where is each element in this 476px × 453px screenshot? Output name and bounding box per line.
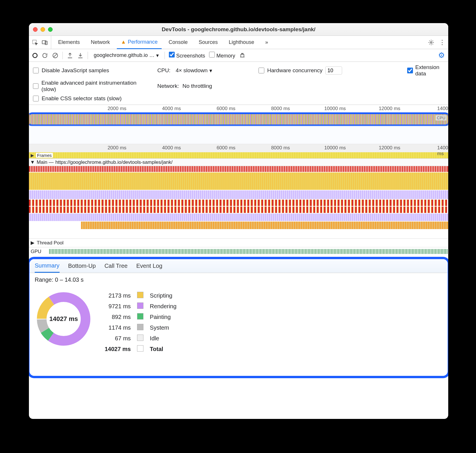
- main-track-header[interactable]: ▼ Main — https://googlechrome.github.io/…: [29, 159, 448, 166]
- tab-label: Elements: [58, 39, 80, 45]
- collapse-arrow-icon: ▼: [30, 159, 35, 165]
- tab-label: Lighthouse: [229, 39, 254, 45]
- tab-summary[interactable]: Summary: [35, 259, 60, 273]
- legend-name: Rendering: [147, 301, 179, 311]
- legend-ms: 9721 ms: [102, 301, 134, 311]
- checkbox-label: Screenshots: [176, 53, 205, 59]
- ruler-tick: 2000 ms: [108, 106, 126, 112]
- inspect-element-icon[interactable]: [32, 39, 38, 46]
- network-label: Network:: [157, 83, 179, 89]
- tab-sources[interactable]: Sources: [195, 36, 222, 49]
- target-dropdown[interactable]: googlechrome.github.io …▾: [92, 52, 160, 59]
- ruler-tick: 10000 ms: [324, 145, 346, 151]
- overview-ruler[interactable]: 2000 ms4000 ms6000 ms8000 ms10000 ms1200…: [29, 105, 448, 113]
- tab-lighthouse[interactable]: Lighthouse: [225, 36, 258, 49]
- hardware-concurrency-checkbox[interactable]: Hardware concurrency: [259, 66, 342, 75]
- tab-call-tree[interactable]: Call Tree: [104, 260, 128, 272]
- screenshots-filmstrip[interactable]: [29, 126, 448, 144]
- memory-checkbox[interactable]: Memory: [209, 52, 235, 59]
- legend-ms: 892 ms: [102, 312, 134, 322]
- cpu-overview-strip[interactable]: CPU: [29, 112, 448, 126]
- ruler-tick: 8000 ms: [271, 145, 290, 151]
- legend-name: Scripting: [147, 291, 179, 301]
- thread-pool-track-header[interactable]: ▶ Thread Pool: [29, 238, 448, 247]
- extension-data-checkbox[interactable]: [407, 68, 413, 73]
- tab-label: Sources: [199, 39, 218, 45]
- range-label: Range: 0 – 14.03 s: [35, 276, 442, 283]
- legend-name: Painting: [147, 312, 179, 322]
- legend-row: 1174 msSystem: [102, 323, 179, 333]
- cpu-label: CPU:: [157, 67, 170, 74]
- tab-label: Console: [169, 39, 188, 45]
- ruler-tick: 8000 ms: [271, 106, 290, 112]
- window-title: DevTools - googlechrome.github.io/devtoo…: [29, 26, 448, 33]
- details-tabstrip: Summary Bottom-Up Call Tree Event Log: [29, 259, 448, 273]
- svg-point-3: [430, 42, 432, 43]
- upload-profile-icon[interactable]: [67, 52, 73, 59]
- flamechart-ruler[interactable]: 2000 ms4000 ms6000 ms8000 ms10000 ms1200…: [29, 144, 448, 152]
- clear-icon[interactable]: [52, 52, 58, 59]
- legend-swatch: [137, 313, 143, 320]
- gpu-track[interactable]: GPU: [29, 247, 448, 256]
- main-thread-flamechart[interactable]: [29, 166, 448, 238]
- record-button[interactable]: [32, 53, 38, 58]
- cpu-strip-label: CPU: [436, 115, 447, 120]
- tab-event-log[interactable]: Event Log: [136, 260, 162, 272]
- css-selector-stats-checkbox[interactable]: Enable CSS selector stats (slow): [33, 95, 149, 102]
- capture-settings-gear-icon[interactable]: ⚙: [438, 51, 445, 60]
- legend-row: 9721 msRendering: [102, 301, 179, 311]
- track-label: Thread Pool: [37, 240, 64, 246]
- checkbox-label: Enable advanced paint instrumentation (s…: [41, 80, 149, 92]
- svg-rect-2: [45, 41, 47, 44]
- legend-name: Idle: [147, 333, 179, 344]
- frames-track-header[interactable]: ▶ Frames: [29, 152, 448, 159]
- chevron-down-icon: ▾: [209, 67, 212, 74]
- tab-elements[interactable]: Elements: [54, 36, 84, 49]
- paint-instrumentation-checkbox[interactable]: Enable advanced paint instrumentation (s…: [33, 80, 149, 92]
- settings-gear-icon[interactable]: [428, 39, 434, 46]
- download-profile-icon[interactable]: [77, 52, 84, 59]
- tab-label: Performance: [128, 39, 158, 45]
- tabs-overflow[interactable]: »: [261, 36, 272, 49]
- summary-legend-table: 2173 msScripting9721 msRendering892 msPa…: [101, 290, 180, 355]
- hardware-concurrency-input[interactable]: [325, 66, 342, 75]
- details-pane: Summary Bottom-Up Call Tree Event Log Ra…: [29, 257, 448, 378]
- donut-center-total: 14027 ms: [35, 290, 93, 348]
- main-thread-url: https://googlechrome.github.io/devtools-…: [55, 159, 172, 165]
- checkbox-label: Extension data: [415, 64, 444, 77]
- legend-ms: 67 ms: [102, 333, 134, 344]
- disable-js-samples-checkbox[interactable]: Disable JavaScript samples: [33, 67, 149, 74]
- panel-tabstrip: Elements Network ▲Performance Console So…: [29, 36, 448, 49]
- legend-swatch: [137, 345, 143, 352]
- tab-bottom-up[interactable]: Bottom-Up: [68, 260, 96, 272]
- tab-network[interactable]: Network: [87, 36, 114, 49]
- capture-settings: Disable JavaScript samples CPU: 4× slowd…: [29, 62, 448, 105]
- target-dropdown-label: googlechrome.github.io …: [94, 52, 154, 58]
- ruler-tick: 10000 ms: [324, 106, 346, 112]
- reload-record-icon[interactable]: [42, 52, 48, 59]
- checkbox-label: Hardware concurrency: [267, 67, 322, 74]
- tab-performance[interactable]: ▲Performance: [117, 36, 162, 49]
- legend-name: System: [147, 323, 179, 333]
- performance-toolbar: googlechrome.github.io …▾ Screenshots Me…: [29, 49, 448, 62]
- tab-console[interactable]: Console: [165, 36, 192, 49]
- ruler-tick: 4000 ms: [162, 145, 181, 151]
- cpu-throttle-dropdown[interactable]: 4× slowdown ▾: [174, 67, 214, 75]
- checkbox-label: Enable CSS selector stats (slow): [42, 95, 122, 102]
- screenshots-checkbox[interactable]: Screenshots: [169, 52, 205, 59]
- expand-arrow-icon: ▶: [31, 240, 34, 246]
- tab-label: Network: [91, 39, 110, 45]
- network-value: No throttling: [182, 83, 212, 89]
- checkbox-label: Memory: [216, 53, 235, 59]
- dropdown-value: 4× slowdown: [176, 67, 207, 74]
- garbage-collect-icon[interactable]: [239, 52, 246, 59]
- legend-row: 892 msPainting: [102, 312, 179, 322]
- legend-ms: 1174 ms: [102, 323, 134, 333]
- ruler-tick: 6000 ms: [217, 145, 235, 151]
- ruler-tick: 14000 ms: [437, 145, 448, 157]
- device-toolbar-icon[interactable]: [42, 39, 48, 46]
- track-label: Main —: [37, 159, 54, 165]
- track-label: Frames: [36, 153, 53, 158]
- kebab-menu-icon[interactable]: ⋮: [439, 39, 445, 46]
- legend-swatch: [137, 324, 143, 330]
